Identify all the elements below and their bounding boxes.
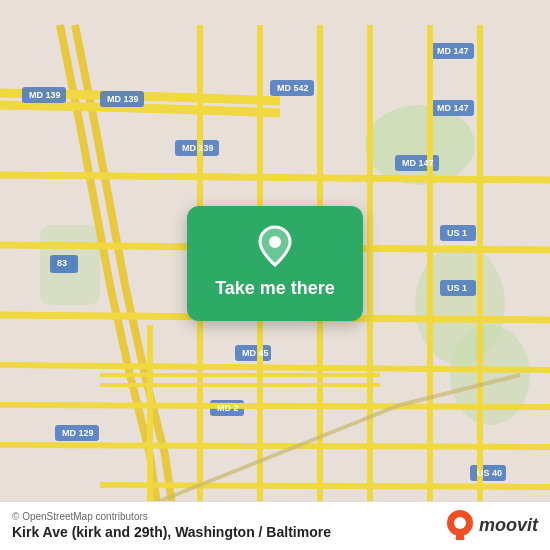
bottom-bar: © OpenStreetMap contributors Kirk Ave (k… — [0, 501, 550, 550]
svg-point-1 — [365, 105, 475, 185]
svg-text:US 40: US 40 — [477, 468, 502, 478]
svg-text:MD 147: MD 147 — [402, 158, 434, 168]
svg-point-35 — [269, 236, 281, 248]
svg-text:MD 139: MD 139 — [182, 143, 214, 153]
svg-text:US 1: US 1 — [447, 228, 467, 238]
svg-text:US 1: US 1 — [447, 283, 467, 293]
svg-text:MD 139: MD 139 — [29, 90, 61, 100]
moovit-logo: moovit — [445, 510, 538, 540]
svg-text:MD 139: MD 139 — [107, 94, 139, 104]
attribution-text: © OpenStreetMap contributors — [12, 511, 331, 522]
take-me-there-button[interactable]: Take me there — [187, 206, 363, 321]
svg-text:MD 147: MD 147 — [437, 46, 469, 56]
svg-text:83: 83 — [57, 258, 67, 268]
moovit-text: moovit — [479, 515, 538, 536]
bottom-left-info: © OpenStreetMap contributors Kirk Ave (k… — [12, 511, 331, 540]
svg-text:MD 542: MD 542 — [277, 83, 309, 93]
svg-marker-39 — [455, 538, 465, 540]
svg-text:MD 129: MD 129 — [62, 428, 94, 438]
map-container: MD 139 MD 139 MD 139 MD 542 MD 147 MD 14… — [0, 0, 550, 550]
location-pin-icon — [253, 224, 297, 268]
svg-text:MD 147: MD 147 — [437, 103, 469, 113]
take-me-there-label: Take me there — [215, 278, 335, 299]
location-title: Kirk Ave (kirk and 29th), Washington / B… — [12, 524, 331, 540]
svg-text:MD 45: MD 45 — [242, 348, 269, 358]
svg-point-37 — [454, 517, 466, 529]
moovit-logo-icon — [445, 510, 475, 540]
svg-text:MD 2: MD 2 — [217, 403, 239, 413]
